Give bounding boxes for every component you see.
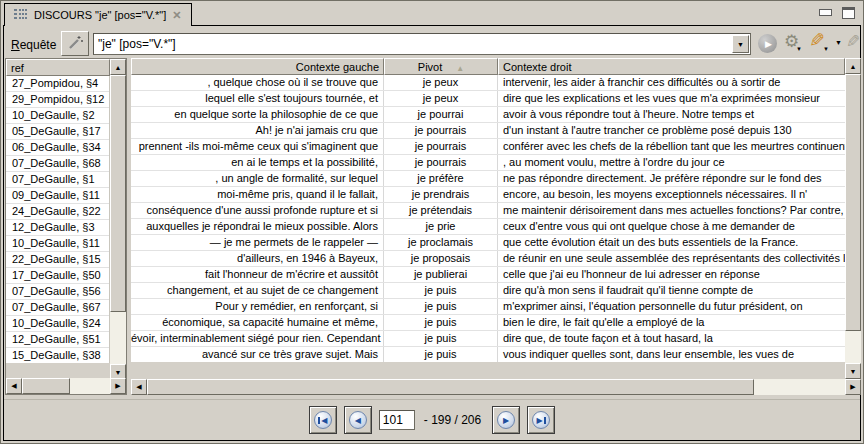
pivot-column-header[interactable]: Pivot▲ [384, 58, 498, 75]
ref-row[interactable]: 17_DeGaulle, §50 [6, 268, 109, 284]
table-row[interactable]: fait l'honneur de m'écrire et aussitôtje… [131, 267, 845, 283]
scroll-left-icon[interactable]: ◀ [131, 379, 147, 395]
scroll-down-icon[interactable]: ▼ [845, 363, 861, 379]
ref-row[interactable]: 22_DeGaulle, §15 [6, 252, 109, 268]
left-context-cell: prennent -ils moi-même ceux qui s'imagin… [131, 139, 384, 154]
table-row[interactable]: prennent -ils moi-même ceux qui s'imagin… [131, 139, 845, 155]
pencil-chevron-icon[interactable]: ▼ [823, 46, 829, 52]
pivot-cell: je pourrais [384, 139, 498, 154]
ref-row[interactable]: 24_DeGaulle, §22 [6, 204, 109, 220]
pivot-cell: je puis [384, 299, 498, 314]
query-value: "je" [pos="V.*"] [98, 37, 730, 51]
scroll-thumb[interactable] [110, 75, 126, 312]
left-context-cell: d'ailleurs, en 1946 à Bayeux, [131, 251, 384, 266]
close-icon[interactable]: ✕ [172, 9, 181, 22]
table-row[interactable]: d'ailleurs, en 1946 à Bayeux,je proposai… [131, 251, 845, 267]
pivot-cell: je proposais [384, 251, 498, 266]
ref-row[interactable]: 05_DeGaulle, §17 [6, 124, 109, 140]
scroll-right-icon[interactable]: ▶ [845, 379, 861, 395]
pivot-cell: je puis [384, 283, 498, 298]
tab-concordance[interactable]: DISCOURS "je" [pos="V.*"] ✕ [4, 3, 192, 26]
right-context-cell: celle que j'ai eu l'honneur de lui adres… [498, 267, 845, 282]
table-row[interactable]: conséquence d'une aussi profonde rupture… [131, 203, 845, 219]
table-row[interactable]: évoir, interminablement siégé pour rien.… [131, 331, 845, 347]
ref-vertical-scrollbar[interactable]: ▲ ▼ [110, 59, 126, 380]
ref-row[interactable]: 10_DeGaulle, §2 [6, 108, 109, 124]
left-context-cell: Ah! je n'ai jamais cru que [131, 123, 384, 138]
left-context-column-header[interactable]: Contexte gauche [131, 58, 384, 75]
query-dropdown-button[interactable]: ▼ [732, 35, 749, 53]
right-context-cell: que cette évolution était un des buts es… [498, 235, 845, 250]
scroll-right-icon[interactable]: ▶ [110, 378, 126, 394]
ref-row[interactable]: 12_DeGaulle, §51 [6, 332, 109, 348]
table-row[interactable]: moi-même pris, quand il le fallait,je pr… [131, 187, 845, 203]
table-row[interactable]: , un angle de formalité, sur lequelje pr… [131, 171, 845, 187]
toolbar-overflow-icon[interactable]: ▼ [835, 39, 842, 46]
ref-row[interactable]: 12_DeGaulle, §3 [6, 220, 109, 236]
maximize-icon[interactable] [842, 7, 855, 19]
right-context-cell: m'exprimer ainsi, l'équation personnelle… [498, 299, 845, 314]
right-context-cell: ceux d'entre vous qui ont quelque chose … [498, 219, 845, 234]
ref-row[interactable]: 27_Pompidou, §4 [6, 76, 109, 92]
scroll-thumb[interactable] [845, 74, 861, 331]
scroll-thumb[interactable] [22, 378, 70, 394]
ref-row[interactable]: 06_DeGaulle, §34 [6, 140, 109, 156]
left-context-cell: en quelque sorte la philosophie de ce qu… [131, 107, 384, 122]
first-page-button[interactable]: ◀ [309, 406, 337, 434]
ref-row[interactable]: 15_DeGaulle, §38 [6, 348, 109, 363]
table-row[interactable]: Pour y remédier, en renforçant, sije pui… [131, 299, 845, 315]
query-input[interactable]: "je" [pos="V.*"] ▼ [93, 33, 751, 55]
previous-page-button[interactable]: ◀ [344, 406, 372, 434]
run-query-icon[interactable]: ▶ [758, 34, 777, 53]
pivot-cell: je proclamais [384, 235, 498, 250]
ref-row[interactable]: 29_Pompidou, §12 [6, 92, 109, 108]
main-horizontal-scrollbar[interactable]: ◀ ▶ [131, 379, 861, 395]
main-vertical-scrollbar[interactable]: ▲ ▼ [845, 58, 861, 379]
left-context-cell: avancé sur ce très grave sujet. Mais [131, 347, 384, 362]
table-row[interactable]: lequel elle s'est toujours tournée, etje… [131, 91, 845, 107]
right-context-cell: de réunir en une seule assemblée des rep… [498, 251, 845, 266]
right-context-cell: me maintenir dérisoirement dans mes actu… [498, 203, 845, 218]
scroll-up-icon[interactable]: ▲ [845, 58, 861, 74]
ref-row[interactable]: 10_DeGaulle, §11 [6, 236, 109, 252]
table-row[interactable]: changement, et au sujet de ce changement… [131, 283, 845, 299]
right-context-column-header[interactable]: Contexte droit [498, 58, 845, 75]
ref-list: 27_Pompidou, §429_Pompidou, §1210_DeGaul… [6, 76, 110, 363]
table-row[interactable]: en quelque sorte la philosophie de ce qu… [131, 107, 845, 123]
first-page-icon: ◀ [314, 411, 332, 429]
scroll-thumb[interactable] [147, 379, 754, 395]
table-row[interactable]: économique, sa capacité humaine et même,… [131, 315, 845, 331]
table-row[interactable]: avancé sur ce très grave sujet. Maisje p… [131, 347, 845, 362]
concordance-list: , quelque chose où il se trouve queje pe… [131, 75, 845, 362]
ref-column-header[interactable]: ref [6, 59, 110, 76]
pivot-cell: je puis [384, 315, 498, 330]
left-context-cell: fait l'honneur de m'écrire et aussitôt [131, 267, 384, 282]
table-row[interactable]: , quelque chose où il se trouve queje pe… [131, 75, 845, 91]
query-assist-button[interactable] [61, 31, 89, 56]
left-context-cell: évoir, interminablement siégé pour rien.… [131, 331, 384, 346]
minimize-icon[interactable] [819, 9, 832, 16]
scroll-left-icon[interactable]: ◀ [6, 378, 22, 394]
scroll-up-icon[interactable]: ▲ [110, 59, 126, 75]
edit-form-disabled-icon: ✎ [846, 31, 860, 52]
page-start-input[interactable] [379, 410, 415, 430]
right-context-cell: avoir à vous répondre tout à l'heure. No… [498, 107, 845, 122]
table-row[interactable]: en ai le temps et la possibilité,je pour… [131, 155, 845, 171]
ref-row[interactable]: 07_DeGaulle, §68 [6, 156, 109, 172]
next-page-button[interactable]: ▶ [492, 406, 520, 434]
tab-title: DISCOURS "je" [pos="V.*"] [34, 9, 166, 21]
pivot-cell: je pourrais [384, 123, 498, 138]
gear-chevron-icon[interactable]: ▼ [796, 46, 802, 52]
pivot-cell: je peux [384, 91, 498, 106]
table-row[interactable]: — je me permets de le rappeler —je procl… [131, 235, 845, 251]
ref-horizontal-scrollbar[interactable]: ◀ ▶ [6, 378, 126, 394]
last-page-button[interactable]: ▶ [527, 406, 555, 434]
ref-row[interactable]: 10_DeGaulle, §24 [6, 316, 109, 332]
ref-row[interactable]: 09_DeGaulle, §11 [6, 188, 109, 204]
table-row[interactable]: auxquelles je répondrai le mieux possibl… [131, 219, 845, 235]
ref-row[interactable]: 07_DeGaulle, §1 [6, 172, 109, 188]
table-row[interactable]: Ah! je n'ai jamais cru queje pourraisd'u… [131, 123, 845, 139]
ref-row[interactable]: 07_DeGaulle, §67 [6, 300, 109, 316]
ref-row[interactable]: 07_DeGaulle, §56 [6, 284, 109, 300]
right-context-cell: dire qu'à mon sens il faudrait qu'il tie… [498, 283, 845, 298]
